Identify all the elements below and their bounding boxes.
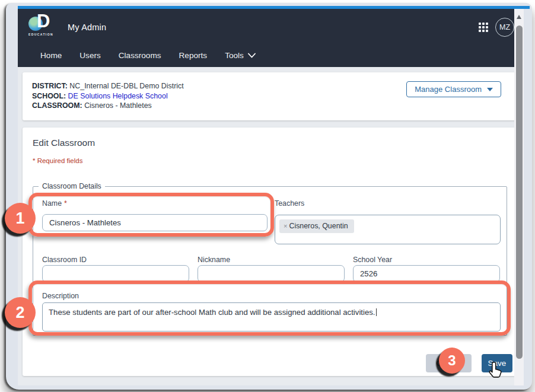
classroom-id-input[interactable] xyxy=(42,265,189,282)
step-badge-1: 1 xyxy=(5,203,36,234)
fieldset-legend: Classroom Details xyxy=(39,182,105,190)
edit-classroom-card: Edit Classroom * Required fields Classro… xyxy=(23,128,515,376)
nav-item-home[interactable]: Home xyxy=(40,51,62,60)
scrollbar-thumb[interactable] xyxy=(516,26,523,359)
highlight-box-description-field xyxy=(28,281,511,336)
user-avatar[interactable]: MZ xyxy=(495,18,514,37)
apps-grid-icon[interactable] xyxy=(479,23,488,32)
required-fields-note: * Required fields xyxy=(33,157,82,164)
nav-item-reports[interactable]: Reports xyxy=(179,51,208,60)
manage-classroom-label: Manage Classroom xyxy=(415,85,482,94)
app-header: D EDUCATION My Admin MZ Home Users Class… xyxy=(18,9,520,67)
school-row: SCHOOL: DE Solutions Helpdesk School xyxy=(32,91,184,101)
nickname-input[interactable] xyxy=(198,265,345,282)
vertical-scrollbar[interactable] xyxy=(514,9,524,385)
logo-letter: D xyxy=(37,11,50,31)
hand-cursor-icon xyxy=(488,361,504,380)
nav-item-tools[interactable]: Tools xyxy=(225,51,256,60)
nickname-label: Nickname xyxy=(198,256,230,264)
main-nav: Home Users Classrooms Reports Tools xyxy=(18,44,520,66)
teachers-label: Teachers xyxy=(275,199,304,208)
context-card: DISTRICT: NC_Internal DE-DBL Demo Distri… xyxy=(23,72,515,120)
district-label: DISTRICT: xyxy=(32,82,68,90)
highlight-box-name-field xyxy=(28,193,274,237)
teacher-chip-label: Cisneros, Quentin xyxy=(289,222,348,230)
step-badge-3: 3 xyxy=(439,348,465,374)
step-badge-2: 2 xyxy=(5,297,36,328)
context-info: DISTRICT: NC_Internal DE-DBL Demo Distri… xyxy=(32,81,184,111)
classroom-id-label: Classroom ID xyxy=(42,256,87,264)
school-link[interactable]: DE Solutions Helpdesk School xyxy=(68,92,168,100)
nav-item-users[interactable]: Users xyxy=(79,51,101,60)
teachers-input[interactable]: × Cisneros, Quentin xyxy=(275,215,501,244)
teacher-chip[interactable]: × Cisneros, Quentin xyxy=(279,219,354,233)
school-label: SCHOOL: xyxy=(32,92,66,100)
page-title: Edit Classroom xyxy=(33,138,95,148)
school-year-label: School Year xyxy=(353,256,392,264)
classroom-value: Cisneros - Mathletes xyxy=(84,101,152,110)
logo-caption: EDUCATION xyxy=(28,33,59,36)
screenshot-stage: D EDUCATION My Admin MZ Home Users Class… xyxy=(0,0,535,392)
classroom-row: CLASSROOM: Cisneros - Mathletes xyxy=(32,101,184,111)
chevron-down-icon xyxy=(248,53,256,58)
school-year-input[interactable] xyxy=(353,265,500,282)
district-row: DISTRICT: NC_Internal DE-DBL Demo Distri… xyxy=(32,81,184,91)
dropdown-caret-icon xyxy=(487,88,493,91)
district-value: NC_Internal DE-DBL Demo District xyxy=(69,82,183,90)
nav-item-classrooms[interactable]: Classrooms xyxy=(119,51,161,60)
classroom-label: CLASSROOM: xyxy=(32,101,82,110)
discovery-education-logo-icon: D EDUCATION xyxy=(28,15,59,40)
nav-item-tools-label: Tools xyxy=(225,51,244,60)
app-title: My Admin xyxy=(68,23,106,32)
header-top-row: D EDUCATION My Admin MZ xyxy=(18,9,520,44)
chip-remove-icon[interactable]: × xyxy=(284,222,287,230)
scrollbar-up-arrow-icon[interactable] xyxy=(517,15,521,19)
manage-classroom-button[interactable]: Manage Classroom xyxy=(406,81,501,97)
